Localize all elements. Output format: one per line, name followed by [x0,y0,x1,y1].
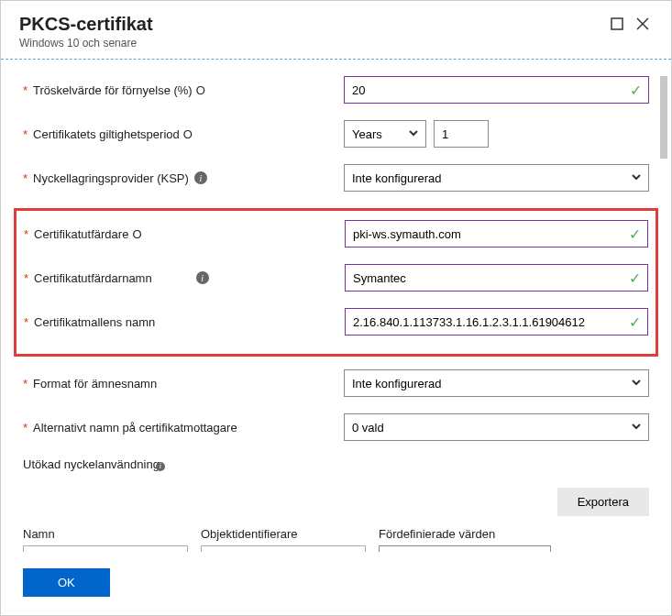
row-alt-name: *Alternativt namn på certifikatmottagare… [23,413,649,441]
close-icon[interactable] [633,14,653,34]
panel-footer: OK [1,552,671,615]
scrollbar-thumb[interactable] [660,76,667,159]
svg-rect-0 [611,18,622,29]
check-icon: ✓ [629,314,641,331]
select-ksp[interactable]: Inte konfigurerad [344,164,649,192]
input-name[interactable] [23,545,188,553]
info-icon[interactable]: i [194,171,207,184]
check-icon: ✓ [630,82,642,99]
col-name: Namn [23,527,188,541]
panel-subtitle: Windows 10 och senare [19,37,607,50]
row-ca: *CertifikatutfärdareO ✓ [24,220,648,248]
check-icon: ✓ [629,226,641,243]
input-validity-value[interactable] [434,120,489,148]
panel-title: PKCS-certifikat [19,14,607,35]
row-subject-format: *Format för ämnesnamn Inte konfigurerad [23,369,649,397]
input-ca[interactable] [345,220,648,248]
row-threshold: *Tröskelvärde för förnyelse (%)O ✓ [23,76,649,104]
table-row: Not configured Addera [23,544,649,552]
label-eku: Utökad nyckelanvändningi [23,457,649,471]
input-threshold[interactable] [344,76,649,104]
info-icon[interactable]: i [196,271,209,284]
table-headers: Namn Objektidentifierare Fördefinierade … [23,527,649,541]
label-validity: Certifikatets giltighetsperiod [33,127,180,141]
input-template[interactable] [345,308,648,336]
label-subject-format: Format för ämnesnamn [33,377,157,390]
label-ksp: Nyckellagringsprovider (KSP) [33,171,189,185]
select-predefined[interactable]: Not configured [379,545,551,553]
label-threshold: Tröskelvärde för förnyelse (%) [33,83,193,97]
panel-content: *Tröskelvärde för förnyelse (%)O ✓ *Cert… [1,60,671,552]
select-validity-unit[interactable]: Years [344,120,426,148]
label-ca-name: Certifikatutfärdarnamn [34,271,152,285]
panel-header: PKCS-certifikat Windows 10 och senare [1,1,671,60]
check-icon: ✓ [629,270,641,287]
col-predefined: Fördefinierade värden [379,527,551,541]
row-validity: *Certifikatets giltighetsperiodO Years [23,120,649,148]
input-ca-name[interactable] [345,264,648,292]
export-button[interactable]: Exportera [557,488,649,516]
row-ca-name: *Certifikatutfärdarnamni ✓ [24,264,648,292]
row-ksp: *Nyckellagringsprovider (KSP)i Inte konf… [23,164,649,192]
info-icon[interactable]: i [156,462,165,471]
highlight-box: *CertifikatutfärdareO ✓ *Certifikatutfär… [14,208,658,357]
col-oid: Objektidentifierare [201,527,366,541]
input-oid[interactable] [201,545,366,553]
ok-button[interactable]: OK [23,568,110,597]
select-alt-name[interactable]: 0 vald [344,413,649,441]
label-template: Certifikatmallens namn [34,315,155,329]
add-button[interactable]: Addera [564,544,632,552]
row-template: *Certifikatmallens namn ✓ [24,308,648,336]
label-ca: Certifikatutfärdare [34,227,128,241]
maximize-icon[interactable] [607,14,627,34]
label-alt-name: Alternativt namn på certifikatmottagare [33,421,237,434]
select-subject-format[interactable]: Inte konfigurerad [344,369,649,397]
